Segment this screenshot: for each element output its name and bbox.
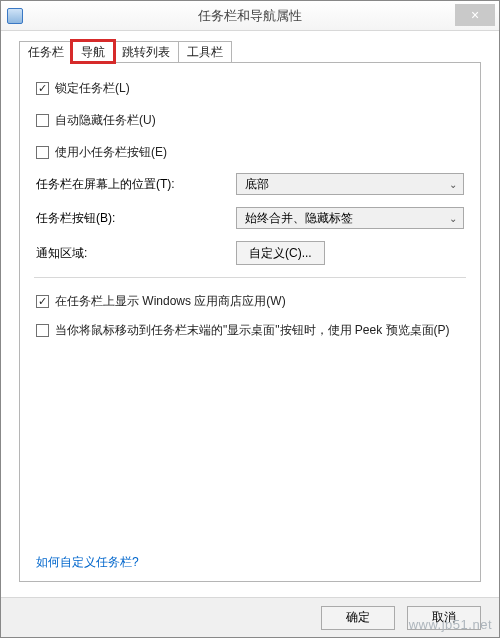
close-button[interactable]: × (455, 4, 495, 26)
checkbox-row-showstore[interactable]: 在任务栏上显示 Windows 应用商店应用(W) (36, 290, 464, 312)
watermark: www.jb51.net (409, 617, 492, 632)
checkbox-row-small[interactable]: 使用小任务栏按钮(E) (36, 141, 464, 163)
tab-navigation[interactable]: 导航 (72, 41, 114, 62)
tab-jumplist[interactable]: 跳转列表 (113, 41, 179, 62)
tab-label: 跳转列表 (122, 45, 170, 59)
checkbox-autohide[interactable] (36, 114, 49, 127)
checkbox-label: 自动隐藏任务栏(U) (55, 112, 156, 129)
tab-toolbar[interactable]: 工具栏 (178, 41, 232, 62)
titlebar: 任务栏和导航属性 × (1, 1, 499, 31)
tab-label: 任务栏 (28, 45, 64, 59)
checkbox-row-peek[interactable]: 当你将鼠标移动到任务栏末端的"显示桌面"按钮时，使用 Peek 预览桌面(P) (36, 322, 464, 344)
close-icon: × (471, 7, 479, 23)
checkbox-row-lock[interactable]: 锁定任务栏(L) (36, 77, 464, 99)
tab-taskbar[interactable]: 任务栏 (19, 41, 73, 64)
tab-label: 工具栏 (187, 45, 223, 59)
button-label: 确定 (346, 609, 370, 626)
select-value: 底部 (245, 176, 269, 193)
chevron-down-icon: ⌄ (449, 179, 457, 190)
notifyarea-label: 通知区域: (36, 245, 236, 262)
select-value: 始终合并、隐藏标签 (245, 210, 353, 227)
customize-button[interactable]: 自定义(C)... (236, 241, 325, 265)
checkbox-row-autohide[interactable]: 自动隐藏任务栏(U) (36, 109, 464, 131)
divider (34, 277, 466, 278)
buttons-select[interactable]: 始终合并、隐藏标签 ⌄ (236, 207, 464, 229)
checkbox-peek[interactable] (36, 324, 49, 337)
button-label: 自定义(C)... (249, 245, 312, 262)
help-link[interactable]: 如何自定义任务栏? (36, 554, 139, 571)
tab-strip: 任务栏 导航 跳转列表 工具栏 (19, 41, 481, 63)
checkbox-small[interactable] (36, 146, 49, 159)
window-title: 任务栏和导航属性 (1, 7, 499, 25)
checkbox-label: 锁定任务栏(L) (55, 80, 130, 97)
checkbox-lock[interactable] (36, 82, 49, 95)
tab-panel-taskbar: 锁定任务栏(L) 自动隐藏任务栏(U) 使用小任务栏按钮(E) 任务栏在屏幕上的… (19, 62, 481, 582)
ok-button[interactable]: 确定 (321, 606, 395, 630)
checkbox-showstore[interactable] (36, 295, 49, 308)
checkbox-label: 使用小任务栏按钮(E) (55, 144, 167, 161)
checkbox-label: 在任务栏上显示 Windows 应用商店应用(W) (55, 293, 286, 310)
buttons-row: 任务栏按钮(B): 始终合并、隐藏标签 ⌄ (36, 207, 464, 229)
buttons-label: 任务栏按钮(B): (36, 210, 236, 227)
checkbox-label: 当你将鼠标移动到任务栏末端的"显示桌面"按钮时，使用 Peek 预览桌面(P) (55, 322, 464, 339)
position-row: 任务栏在屏幕上的位置(T): 底部 ⌄ (36, 173, 464, 195)
tab-label: 导航 (81, 45, 105, 59)
position-label: 任务栏在屏幕上的位置(T): (36, 176, 236, 193)
notifyarea-row: 通知区域: 自定义(C)... (36, 241, 464, 265)
content-area: 任务栏 导航 跳转列表 工具栏 锁定任务栏(L) 自动隐藏任务栏(U) 使用小任… (1, 31, 499, 597)
chevron-down-icon: ⌄ (449, 213, 457, 224)
position-select[interactable]: 底部 ⌄ (236, 173, 464, 195)
